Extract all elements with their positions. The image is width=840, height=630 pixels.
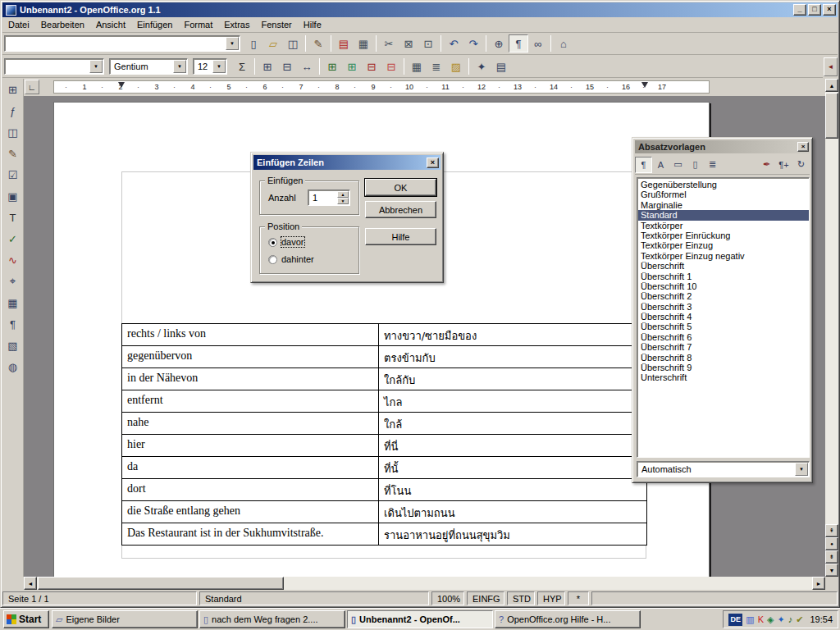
task-unbenannt2-openoffice[interactable]: ▯ Unbenannt2 - OpenOf... [347, 610, 493, 628]
scroll-left-icon[interactable]: ◄ [24, 577, 37, 590]
paragraph-style-combo[interactable]: ▼ [4, 58, 104, 75]
style-filter-combo[interactable]: Automatisch ▼ [637, 461, 810, 477]
online-layout-icon[interactable]: ◍ [3, 357, 23, 377]
form-functions-icon[interactable]: ☑ [3, 165, 23, 185]
scroll-down-icon[interactable]: ▼ [825, 564, 838, 577]
menu-item[interactable]: Extras [218, 18, 255, 32]
status-insert-mode[interactable]: EINFG [467, 591, 504, 605]
table-cell-german[interactable]: entfernt [122, 390, 379, 412]
style-list-item[interactable]: Textkörper [638, 221, 809, 231]
open-icon[interactable]: ▱ [263, 34, 283, 52]
data-sources-icon[interactable]: ▦ [3, 293, 23, 313]
find-replace-icon[interactable]: ⌖ [3, 272, 23, 291]
menu-item[interactable]: Hilfe [298, 18, 327, 32]
close-button[interactable]: × [823, 4, 836, 16]
dialog-close-icon[interactable]: × [427, 158, 439, 168]
messenger-tray-icon[interactable]: ✦ [778, 615, 785, 624]
style-list-item[interactable]: Gegenüberstellung [638, 180, 809, 189]
horizontal-scroll-thumb[interactable] [38, 577, 284, 590]
insert-objects-icon[interactable]: ◫ [3, 122, 23, 142]
hyperlink-icon[interactable]: ∞ [528, 34, 548, 52]
table-cell-thai[interactable]: ตรงข้ามกับ [379, 346, 647, 368]
table-cell-thai[interactable]: ที่นี่ [379, 435, 647, 456]
display-settings-tray-icon[interactable]: ▥ [746, 615, 754, 624]
cut-icon[interactable]: ✂ [379, 34, 399, 52]
status-zoom[interactable]: 100% [431, 591, 464, 605]
autospellcheck-icon[interactable]: ∿ [3, 250, 23, 270]
cancel-button[interactable]: Abbrechen [365, 201, 436, 218]
print-icon[interactable]: ▦ [354, 34, 373, 52]
table-cell-thai[interactable]: รานอาหานอยู่ที่ถนนสุขุมวิม [379, 523, 647, 545]
font-name-combo[interactable]: Gentium ▼ [109, 58, 188, 75]
undo-icon[interactable]: ↶ [444, 34, 463, 52]
save-icon[interactable]: ◫ [283, 34, 303, 52]
edit-file-icon[interactable]: ✎ [308, 34, 328, 52]
stylist-title-bar[interactable]: Absatzvorlagen × [635, 140, 810, 153]
paste-icon[interactable]: ⊡ [418, 34, 438, 52]
background-color-icon[interactable]: ▨ [446, 57, 466, 75]
style-list-item[interactable]: Textkörper Einrückung [638, 231, 809, 240]
new-document-icon[interactable]: ▯ [244, 34, 263, 52]
page-styles-icon[interactable]: ▯ [687, 157, 704, 173]
radio-after-label[interactable]: dahinter [281, 254, 314, 264]
style-list-item[interactable]: Standard [638, 210, 809, 220]
graphics-onoff-icon[interactable]: ▧ [3, 336, 23, 355]
style-list-item[interactable]: Textkörper Einzug negativ [638, 251, 809, 261]
style-list-item[interactable]: Überschrift 9 [638, 363, 809, 372]
style-list-item[interactable]: Überschrift 8 [638, 353, 809, 363]
left-indent-marker[interactable] [118, 82, 125, 88]
table-cell-german[interactable]: gegenübervon [122, 346, 379, 368]
scheduler-tray-icon[interactable]: ✔ [796, 615, 803, 624]
table-cell-thai[interactable]: ทางขวา/ซายมือของ [379, 324, 647, 345]
toolbar-overflow-button[interactable]: ◄ [824, 57, 838, 76]
menu-item[interactable]: Datei [2, 18, 35, 32]
spellcheck-icon[interactable]: ✓ [3, 229, 23, 249]
insert-fields-icon[interactable]: ƒ [3, 101, 23, 121]
stylist-close-icon[interactable]: × [797, 142, 809, 152]
right-indent-marker[interactable] [641, 82, 648, 88]
table-cell-thai[interactable]: ใกล้ [379, 413, 647, 434]
redo-icon[interactable]: ↷ [463, 34, 483, 52]
help-button[interactable]: Hilfe [365, 228, 436, 245]
radio-before[interactable] [268, 238, 277, 247]
next-page-icon[interactable]: ⇟ [825, 550, 838, 564]
table-cell-german[interactable]: rechts / links von [122, 324, 379, 345]
update-style-icon[interactable]: ↻ [792, 157, 810, 173]
scroll-up-icon[interactable]: ▲ [825, 79, 838, 92]
vertical-scrollbar[interactable]: ▲ ⇞ ● ⇟ ▼ [825, 79, 838, 577]
autoformat-icon[interactable]: ✦ [472, 57, 491, 75]
url-field[interactable]: ▼ [4, 35, 240, 52]
style-list-item[interactable]: Überschrift 6 [638, 332, 809, 342]
table-cell-german[interactable]: nahe [122, 413, 379, 434]
scroll-right-icon[interactable]: ► [812, 577, 825, 590]
table-cell-german[interactable]: da [122, 457, 379, 478]
minimize-button[interactable]: _ [793, 4, 806, 16]
table-cell-thai[interactable]: ที่นั้ [379, 457, 647, 478]
table-cell-german[interactable]: die Straße entlang gehen [122, 501, 379, 523]
menu-item[interactable]: Ansicht [90, 18, 131, 32]
tab-stop-selector[interactable]: ∟ [25, 80, 39, 94]
volume-tray-icon[interactable]: ♪ [788, 615, 793, 624]
delete-row-icon[interactable]: ⊟ [362, 57, 381, 75]
table-cell-thai[interactable]: ใกล้กับ [379, 368, 647, 390]
style-list-item[interactable]: Überschrift 10 [638, 281, 809, 291]
task-nach-dem-weg-fragen[interactable]: ▯ nach dem Weg fragen 2.... [199, 610, 345, 628]
radio-before-label[interactable]: davor [281, 237, 304, 247]
menu-item[interactable]: Bearbeiten [35, 18, 90, 32]
borders-icon[interactable]: ▦ [407, 57, 427, 75]
previous-page-icon[interactable]: ⇞ [825, 524, 838, 537]
style-list-item[interactable]: Überschrift 3 [638, 302, 809, 312]
nonprinting-characters-icon[interactable]: ¶ [3, 314, 23, 334]
font-dropdown-arrow-icon[interactable]: ▼ [173, 60, 186, 73]
draw-functions-icon[interactable]: ✎ [3, 144, 23, 163]
paragraph-styles-icon[interactable]: ¶ [635, 157, 652, 173]
table-cell-german[interactable]: Das Restaurant ist in der Sukhumvitstraß… [122, 523, 379, 545]
task-openoffice-hilfe[interactable]: ? OpenOffice.org Hilfe - H... [495, 610, 641, 628]
style-list-item[interactable]: Grußformel [638, 189, 809, 199]
split-cells-icon[interactable]: ⊟ [277, 57, 297, 75]
style-list-item[interactable]: Überschrift 7 [638, 342, 809, 352]
style-list-item[interactable]: Überschrift 1 [638, 272, 809, 281]
maximize-button[interactable]: □ [808, 4, 821, 16]
style-list-item[interactable]: Unterschrift [638, 372, 809, 382]
insert-icon[interactable]: ⊞ [3, 80, 23, 99]
